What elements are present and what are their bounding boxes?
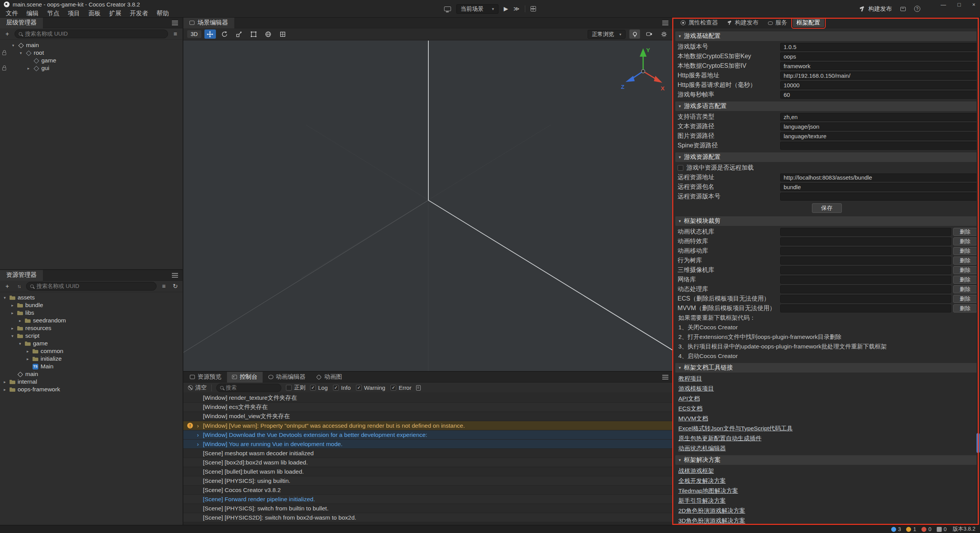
doc-link[interactable]: 教程项目 [674, 374, 980, 384]
expand-arrow-icon[interactable]: ▸ [10, 311, 15, 315]
delete-module-button[interactable]: 删除 [953, 295, 977, 303]
minimize-button[interactable]: — [941, 2, 946, 7]
inspector-tab[interactable]: 框架配置 [793, 18, 824, 27]
solution-link[interactable]: 2D角色扮演游戏解决方案 [674, 506, 980, 516]
doc-link[interactable]: MVVM文档 [674, 414, 980, 423]
message-count-item[interactable]: 0 [937, 526, 947, 532]
section-header-module-trim[interactable]: ▾ 框架模块裁剪 [675, 216, 978, 226]
asset-node-row[interactable]: ▸ internal [0, 378, 183, 386]
console-log-row[interactable]: › [Window] Download the Vue Devtools ext… [183, 430, 673, 440]
move-tool-button[interactable] [204, 29, 216, 39]
delete-module-button[interactable]: 删除 [953, 276, 977, 284]
section-header-doc-links[interactable]: ▾ 框架文档工具链接 [675, 363, 978, 373]
expand-arrow-icon[interactable]: ▸ [10, 326, 15, 330]
field-input[interactable]: oops [780, 52, 977, 60]
console-panel-tab[interactable]: 资源预览 [185, 372, 226, 383]
console-panel-tab[interactable]: 动画图 [311, 372, 347, 383]
hierarchy-node-row[interactable]: ▾ main [0, 41, 183, 49]
module-field[interactable] [780, 247, 951, 255]
section-header-language[interactable]: ▾ 游戏多语言配置 [675, 101, 978, 111]
scene-panel-tab[interactable]: 场景编辑器 [183, 18, 234, 28]
console-log-row[interactable]: [Scene] Forward render pipeline initiali… [183, 495, 673, 504]
filter-checkbox[interactable] [356, 385, 362, 391]
close-button[interactable]: × [972, 2, 975, 7]
field-input[interactable]: 10000 [780, 81, 977, 89]
package-icon[interactable] [900, 7, 906, 11]
panel-menu-icon[interactable] [662, 23, 668, 23]
log-expand-arrow-icon[interactable]: › [196, 432, 200, 438]
module-field[interactable] [780, 257, 951, 265]
field-input[interactable]: 60 [780, 91, 977, 99]
console-log-row[interactable]: [Window] model_view文件夹存在 [183, 412, 673, 421]
console-log-row[interactable]: ! › [Window] [Vue warn]: Property "onInp… [183, 421, 673, 430]
play-button[interactable]: ▶ [504, 5, 508, 12]
asset-node-row[interactable]: ▸ seedrandom [0, 317, 183, 324]
inspector-tab[interactable]: 服务 [764, 18, 791, 27]
console-panel-tab[interactable]: 动画编辑器 [263, 372, 311, 383]
module-field[interactable] [780, 266, 951, 274]
console-log-row[interactable]: [Scene] Cocos Creator v3.8.2 [183, 486, 673, 495]
rotate-tool-button[interactable] [219, 29, 230, 39]
regex-checkbox[interactable] [286, 385, 292, 391]
menu-item[interactable]: 项目 [64, 9, 84, 18]
inspector-tab[interactable]: 构建发布 [724, 18, 763, 27]
hierarchy-panel-tab[interactable]: 层级管理器 [0, 18, 43, 28]
expand-arrow-icon[interactable]: ▾ [11, 43, 16, 47]
lock-icon[interactable] [2, 52, 6, 55]
field-input[interactable]: framework [780, 62, 977, 70]
create-node-button[interactable]: + [3, 29, 11, 39]
solution-link[interactable]: 3D角色扮演游戏解决方案 [674, 516, 980, 525]
doc-link[interactable]: Excel格式转Json文件与TypeScript代码工具 [674, 423, 980, 433]
console-log-row[interactable]: [Scene] [PHYSICS]: switch from builtin t… [183, 504, 673, 513]
console-log-row[interactable]: [Scene] [bullet]:bullet wasm lib loaded. [183, 467, 673, 476]
asset-node-row[interactable]: ▾ game [0, 340, 183, 347]
assets-search-input[interactable]: 搜索名称或 UUID [26, 282, 157, 291]
module-field[interactable] [780, 304, 951, 312]
expand-arrow-icon[interactable]: ▸ [2, 379, 7, 384]
rect-tool-button[interactable] [248, 29, 260, 39]
world-pivot-button[interactable] [263, 29, 274, 39]
expand-arrow-icon[interactable]: ▾ [18, 341, 23, 346]
console-log-row[interactable]: [Window] ecs文件夹存在 [183, 403, 673, 412]
panel-menu-icon[interactable] [172, 23, 178, 23]
help-icon[interactable]: ? [914, 6, 920, 12]
message-count-item[interactable]: 1 [906, 526, 916, 532]
module-field[interactable] [780, 276, 951, 284]
asset-node-row[interactable]: ▸ common [0, 347, 183, 355]
field-input[interactable]: http://192.168.0.150/main/ [780, 72, 977, 80]
step-button[interactable]: ≫ [513, 5, 519, 12]
expand-arrow-icon[interactable]: ▾ [2, 295, 7, 300]
hierarchy-search-input[interactable]: 搜索名称或 UUID [15, 29, 168, 38]
solution-link[interactable]: 战棋游戏框架 [674, 466, 980, 476]
snap-tool-button[interactable] [277, 29, 289, 39]
hierarchy-node-row[interactable]: ▾ root [0, 49, 183, 57]
console-log-row[interactable]: [Scene] [PHYSICS]: using builtin. [183, 476, 673, 486]
expand-arrow-icon[interactable]: ▸ [25, 356, 30, 361]
field-input[interactable]: zh,en [780, 113, 977, 121]
filter-checkbox[interactable] [390, 385, 396, 391]
doc-link[interactable]: 游戏模板项目 [674, 384, 980, 394]
expand-arrow-icon[interactable]: ▸ [25, 349, 30, 353]
assets-panel-tab[interactable]: 资源管理器 [0, 270, 43, 281]
solution-link[interactable]: 新手引导解决方案 [674, 496, 980, 506]
expand-arrow-icon[interactable]: ▸ [10, 303, 15, 307]
hierarchy-node-row[interactable]: ▸ gui [0, 64, 183, 72]
scale-tool-button[interactable] [234, 29, 245, 39]
asset-node-row[interactable]: ▾ assets [0, 294, 183, 301]
refresh-icon[interactable]: ↻ [171, 282, 180, 291]
asset-node-row[interactable]: Main [0, 363, 183, 370]
section-header-solutions[interactable]: ▾ 框架解决方案 [675, 455, 978, 465]
filter-checkbox[interactable] [310, 385, 316, 391]
lock-icon[interactable] [2, 67, 6, 70]
scene-viewport[interactable]: Y X Z [183, 41, 673, 371]
delete-module-button[interactable]: 删除 [953, 237, 977, 245]
field-input[interactable]: bundle [780, 183, 977, 191]
view-mode-dropdown[interactable]: 正常浏览 ▾ [588, 30, 626, 39]
asset-node-row[interactable]: ▾ script [0, 332, 183, 340]
inspector-scrollbar-thumb[interactable] [977, 433, 980, 453]
delete-module-button[interactable]: 删除 [953, 304, 977, 312]
create-asset-button[interactable]: + [3, 282, 11, 291]
filter-icon[interactable]: ≡ [171, 29, 180, 39]
asset-node-row[interactable]: ▸ bundle [0, 301, 183, 309]
layout-grid-icon[interactable] [531, 6, 536, 11]
